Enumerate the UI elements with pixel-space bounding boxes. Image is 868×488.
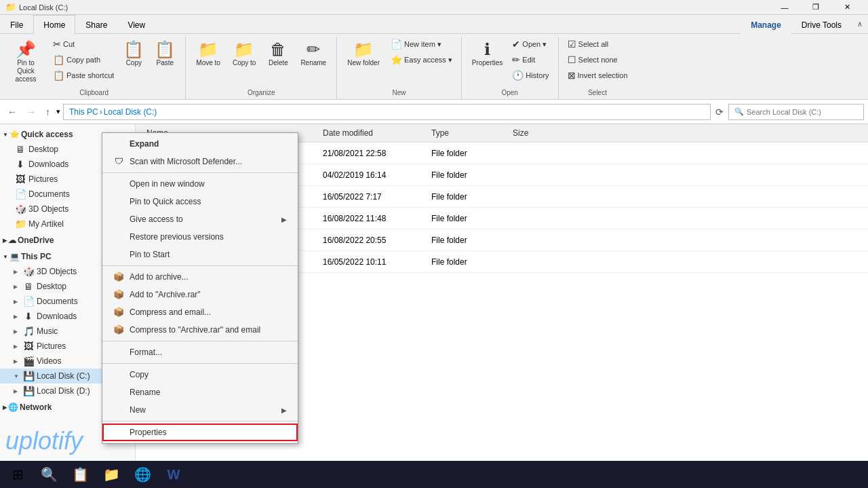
ctx-label-restore: Restore previous versions <box>130 232 224 242</box>
tab-drivetools[interactable]: Drive Tools <box>791 15 852 34</box>
invert-icon: ⊠ <box>568 70 576 81</box>
file-type: File folder <box>426 255 507 269</box>
invert-selection-button[interactable]: ⊠ Invert selection <box>564 68 631 83</box>
easy-access-button[interactable]: ⭐ Easy access ▾ <box>387 52 456 67</box>
search-input[interactable] <box>747 108 855 116</box>
paste-button[interactable]: 📋 Paste <box>150 37 180 70</box>
close-button[interactable]: ✕ <box>831 0 863 15</box>
file-size <box>507 238 561 243</box>
edge-button[interactable]: 🌐 <box>127 462 157 487</box>
rename-button[interactable]: ✏ Rename <box>296 37 331 70</box>
3dobjects-icon: 🎲 <box>23 266 34 277</box>
edit-button[interactable]: ✏ Edit <box>509 52 552 67</box>
new-item-button[interactable]: 📄 New item ▾ <box>387 37 456 52</box>
back-button[interactable]: ← <box>4 105 20 119</box>
clipboard-items: 📌 Pin to Quick access ✂ Cut 📋 Copy path … <box>8 37 180 87</box>
context-menu-item-restore[interactable]: Restore previous versions <box>102 228 298 246</box>
file-date: 21/08/2021 22:58 <box>317 146 426 161</box>
watermark: uplotify <box>5 427 83 455</box>
path-this-pc[interactable]: This PC <box>69 107 98 117</box>
move-to-button[interactable]: 📁 Move to <box>191 37 225 70</box>
taskview-button[interactable]: 📋 <box>65 462 95 487</box>
videos-icon: 🎬 <box>23 356 34 367</box>
start-button[interactable]: ⊞ <box>3 462 33 487</box>
delete-button[interactable]: 🗑 Delete <box>263 37 293 70</box>
title-bar-title: Local Disk (C:) <box>19 3 68 12</box>
word-button[interactable]: W <box>159 462 189 487</box>
copy-to-button[interactable]: 📁 Copy to <box>228 37 260 70</box>
cut-icon: ✂ <box>53 39 61 50</box>
history-button[interactable]: 🕐 History <box>509 68 552 83</box>
open-button[interactable]: ✔ Open ▾ <box>509 37 552 52</box>
context-menu-item-add-archive[interactable]: 📦 Add to archive... <box>102 268 298 286</box>
address-path[interactable]: This PC › Local Disk (C:) <box>63 104 711 120</box>
history-icon: 🕐 <box>512 70 524 81</box>
ribbon-tabs: File Home Share View Manage Drive Tools … <box>0 15 868 34</box>
new-item-icon: 📄 <box>391 39 402 50</box>
forward-button[interactable]: → <box>23 105 39 119</box>
ribbon-collapse-icon[interactable]: ∧ <box>857 20 863 29</box>
ctx-label-copy: Copy <box>130 370 149 379</box>
net-chevron: ▶ <box>3 405 7 411</box>
cut-button[interactable]: ✂ Cut <box>50 37 117 52</box>
col-type-header[interactable]: Type <box>426 126 507 140</box>
maximize-button[interactable]: ❐ <box>800 0 831 15</box>
col-date-header[interactable]: Date modified <box>317 126 426 140</box>
context-menu-item-compress-email[interactable]: 📦 Compress and email... <box>102 303 298 321</box>
od-chevron: ▶ <box>3 238 7 244</box>
new-folder-button[interactable]: 📁 New folder <box>342 37 384 70</box>
context-menu-item-pin-quick-access[interactable]: Pin to Quick access <box>102 193 298 210</box>
context-menu-item-rename[interactable]: Rename <box>102 383 298 401</box>
minimize-button[interactable]: — <box>769 0 800 15</box>
title-bar: 📁 Local Disk (C:) — ❐ ✕ <box>0 0 868 15</box>
file-date: 04/02/2019 16:14 <box>317 168 426 183</box>
ctx-icon-scan: 🛡 <box>113 156 124 167</box>
explorer-button[interactable]: 📁 <box>96 462 126 487</box>
rename-icon: ✏ <box>307 40 320 59</box>
context-menu-item-give-access[interactable]: Give access to ▶ <box>102 210 298 228</box>
context-menu-item-open-new-window[interactable]: Open in new window <box>102 175 298 193</box>
tab-share[interactable]: Share <box>75 15 117 34</box>
word-icon: W <box>167 467 180 483</box>
context-menu-item-scan[interactable]: 🛡 Scan with Microsoft Defender... <box>102 153 298 170</box>
open-col: ✔ Open ▾ ✏ Edit 🕐 History <box>509 37 552 83</box>
move-icon: 📁 <box>198 40 218 59</box>
file-type: File folder <box>426 211 507 226</box>
path-local-disk[interactable]: Local Disk (C:) <box>104 107 157 117</box>
ribbon-group-open: ℹ Properties ✔ Open ▾ ✏ Edit 🕐 H <box>462 37 559 99</box>
context-menu-item-new[interactable]: New ▶ <box>102 401 298 419</box>
tab-view[interactable]: View <box>117 15 155 34</box>
context-menu-item-add-archive-rar[interactable]: 📦 Add to "Archive.rar" <box>102 286 298 303</box>
search-button[interactable]: 🔍 <box>34 462 64 487</box>
context-menu-item-expand[interactable]: Expand <box>102 135 298 153</box>
tab-file[interactable]: File <box>0 15 33 34</box>
file-date: 16/05/2022 10:11 <box>317 255 426 269</box>
context-menu-separator <box>102 421 298 421</box>
open-items: ℹ Properties ✔ Open ▾ ✏ Edit 🕐 H <box>467 37 553 87</box>
file-type: File folder <box>426 233 507 248</box>
select-all-button[interactable]: ☑ Select all <box>564 37 631 52</box>
copy-button[interactable]: 📋 Copy <box>119 37 149 70</box>
select-none-button[interactable]: ☐ Select none <box>564 52 631 67</box>
tab-home[interactable]: Home <box>33 15 75 34</box>
ctx-label-open-new-window: Open in new window <box>130 179 205 189</box>
context-menu-item-properties[interactable]: Properties <box>102 424 298 441</box>
refresh-button[interactable]: ⟳ <box>713 105 726 119</box>
pin-quick-access-button[interactable]: 📌 Pin to Quick access <box>8 37 43 87</box>
search-taskbar-icon: 🔍 <box>41 466 58 483</box>
context-menu-item-compress-archive-email[interactable]: 📦 Compress to "Archive.rar" and email <box>102 321 298 339</box>
title-bar-controls: — ❐ ✕ <box>769 0 863 15</box>
context-menu-item-copy[interactable]: Copy <box>102 366 298 383</box>
col-size-header[interactable]: Size <box>507 126 561 140</box>
ctx-label-pin-quick-access: Pin to Quick access <box>130 197 201 206</box>
breadcrumb-dropdown[interactable]: ▾ <box>56 107 60 116</box>
properties-button[interactable]: ℹ Properties <box>467 37 508 70</box>
up-button[interactable]: ↑ <box>42 105 54 119</box>
paste-shortcut-button[interactable]: 📋 Paste shortcut <box>50 68 117 83</box>
ctx-label-format: Format... <box>130 348 162 357</box>
ctx-label-new: New <box>130 405 146 415</box>
context-menu-item-format[interactable]: Format... <box>102 343 298 361</box>
context-menu-item-pin-start[interactable]: Pin to Start <box>102 246 298 263</box>
tab-manage[interactable]: Manage <box>741 15 791 34</box>
copy-path-button[interactable]: 📋 Copy path <box>50 52 117 67</box>
